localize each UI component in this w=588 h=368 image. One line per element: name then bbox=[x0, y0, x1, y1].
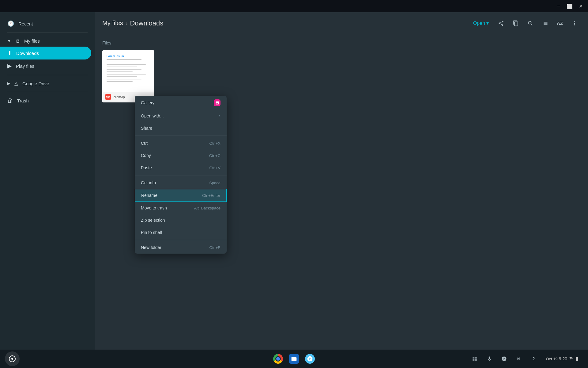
ctx-cut-shortcut: Ctrl+X bbox=[209, 141, 221, 146]
ctx-move-trash[interactable]: Move to trash Alt+Backspace bbox=[135, 202, 227, 214]
more-options-button[interactable] bbox=[568, 17, 581, 29]
taskbar-forward-btn[interactable] bbox=[513, 353, 525, 365]
sidebar-item-playfiles[interactable]: ▶ Play files bbox=[0, 59, 91, 72]
lorem-line-3 bbox=[107, 64, 146, 65]
taskbar-counter[interactable]: 2 bbox=[527, 353, 540, 365]
chrome-icon bbox=[273, 354, 283, 364]
ctx-get-info[interactable]: Get info Space bbox=[135, 177, 227, 189]
ctx-share[interactable]: Share bbox=[135, 122, 227, 134]
downloads-icon: ⬇ bbox=[7, 50, 12, 56]
ctx-cut[interactable]: Cut Ctrl+X bbox=[135, 137, 227, 149]
ctx-get-info-shortcut: Space bbox=[209, 181, 221, 185]
ctx-pin[interactable]: Pin to shelf bbox=[135, 226, 227, 239]
svg-point-1 bbox=[11, 358, 13, 360]
list-view-button[interactable] bbox=[539, 17, 551, 29]
taskbar-chrome[interactable] bbox=[271, 351, 285, 366]
open-button[interactable]: Open ▾ bbox=[469, 18, 492, 28]
share-icon bbox=[498, 20, 504, 26]
ctx-copy-label: Copy bbox=[141, 153, 151, 158]
files-section-label: Files bbox=[102, 40, 581, 45]
pdf-label: PDF bbox=[106, 96, 110, 98]
battery-icon bbox=[575, 356, 579, 361]
ctx-get-info-label: Get info bbox=[141, 180, 156, 185]
ctx-rename-shortcut: Ctrl+Enter bbox=[202, 193, 220, 198]
play-circle-icon bbox=[501, 356, 507, 362]
ctx-separator-3 bbox=[135, 240, 227, 240]
ctx-zip-label: Zip selection bbox=[141, 218, 165, 223]
sidebar-item-myfiles[interactable]: ▼ 🖥 My files bbox=[0, 35, 95, 47]
trash-icon: 🗑 bbox=[7, 98, 13, 104]
launcher-icon bbox=[9, 355, 16, 362]
context-menu: Gallery Open with... › Share Cut Ctrl+X … bbox=[135, 96, 227, 254]
launcher-button[interactable] bbox=[5, 351, 20, 366]
googledrive-icon: △ bbox=[14, 81, 18, 86]
breadcrumb: My files › Downloads bbox=[102, 19, 466, 27]
close-button[interactable]: ✕ bbox=[576, 1, 586, 11]
lorem-title: Lorem ipsum bbox=[107, 55, 150, 58]
files-manager-icon bbox=[289, 354, 299, 364]
list-view-icon bbox=[542, 20, 548, 26]
recent-icon: 🕐 bbox=[7, 20, 14, 27]
lorem-line-5 bbox=[107, 69, 141, 70]
ctx-paste[interactable]: Paste Ctrl+V bbox=[135, 162, 227, 174]
sidebar-item-recent-label: Recent bbox=[18, 21, 33, 26]
ctx-paste-label: Paste bbox=[141, 165, 152, 170]
playfiles-icon: ▶ bbox=[7, 63, 12, 69]
sidebar-divider-2 bbox=[7, 75, 88, 75]
time-label: 9:20 bbox=[559, 356, 567, 361]
more-options-icon bbox=[571, 20, 578, 26]
ctx-rename-label: Rename bbox=[141, 193, 157, 198]
ctx-rename[interactable]: Rename Ctrl+Enter bbox=[135, 189, 227, 202]
sidebar-divider-1 bbox=[7, 33, 88, 33]
taskbar-play-btn[interactable] bbox=[498, 353, 510, 365]
googledrive-expand-icon: ▶ bbox=[7, 81, 10, 86]
file-thumbnail[interactable]: Lorem ipsum PDF lorem-ip bbox=[102, 50, 154, 102]
share-button[interactable] bbox=[495, 17, 507, 29]
main-content: My files › Downloads Open ▾ AZ bbox=[95, 12, 588, 350]
sidebar-item-downloads[interactable]: ⬇ Downloads bbox=[0, 47, 91, 59]
ctx-zip[interactable]: Zip selection bbox=[135, 214, 227, 226]
sidebar-divider-3 bbox=[7, 92, 88, 92]
system-tray[interactable]: Oct 19 9:20 bbox=[542, 355, 583, 363]
taskbar-files[interactable] bbox=[287, 351, 301, 366]
copy-button[interactable] bbox=[510, 17, 522, 29]
ctx-copy[interactable]: Copy Ctrl+C bbox=[135, 149, 227, 162]
sort-button[interactable]: AZ bbox=[554, 17, 566, 29]
gallery-icon bbox=[215, 101, 219, 105]
minimize-button[interactable]: − bbox=[554, 1, 564, 11]
ctx-separator-1 bbox=[135, 136, 227, 136]
sidebar-item-googledrive[interactable]: ▶ △ Google Drive bbox=[0, 78, 95, 89]
ctx-paste-shortcut: Ctrl+V bbox=[209, 166, 221, 170]
taskbar-mic-btn[interactable] bbox=[483, 353, 496, 365]
ctx-pin-label: Pin to shelf bbox=[141, 230, 162, 235]
ctx-move-trash-label: Move to trash bbox=[141, 205, 167, 210]
ctx-new-folder[interactable]: New folder Ctrl+E bbox=[135, 241, 227, 254]
ctx-gallery[interactable]: Gallery bbox=[135, 96, 227, 110]
breadcrumb-separator: › bbox=[126, 20, 128, 27]
header-actions: Open ▾ AZ bbox=[469, 17, 581, 29]
sort-icon: AZ bbox=[557, 21, 563, 26]
ctx-copy-shortcut: Ctrl+C bbox=[209, 153, 221, 158]
sidebar-item-recent[interactable]: 🕐 Recent bbox=[0, 17, 91, 30]
ctx-open-with[interactable]: Open with... › bbox=[135, 110, 227, 122]
app3-icon bbox=[305, 354, 315, 364]
breadcrumb-myfiles[interactable]: My files bbox=[102, 20, 123, 27]
sidebar-downloads-label: Downloads bbox=[16, 51, 39, 56]
lorem-line-10 bbox=[107, 81, 133, 82]
search-button[interactable] bbox=[524, 17, 537, 29]
taskbar-app3[interactable] bbox=[303, 351, 317, 366]
window-icon bbox=[472, 356, 477, 362]
ctx-new-folder-shortcut: Ctrl+E bbox=[209, 245, 221, 250]
wifi-icon bbox=[568, 356, 573, 361]
taskbar-window-btn[interactable] bbox=[469, 353, 481, 365]
settings-icon bbox=[307, 356, 313, 362]
lorem-line-4 bbox=[107, 67, 137, 67]
open-label: Open bbox=[473, 21, 485, 26]
file-preview: Lorem ipsum bbox=[103, 51, 154, 92]
maximize-button[interactable]: ⬜ bbox=[565, 1, 575, 11]
sidebar-item-trash[interactable]: 🗑 Trash bbox=[0, 94, 91, 107]
file-name: lorem-ip bbox=[113, 95, 125, 99]
search-icon bbox=[527, 20, 533, 26]
ctx-separator-2 bbox=[135, 175, 227, 175]
taskbar-right: 2 Oct 19 9:20 bbox=[469, 353, 583, 365]
